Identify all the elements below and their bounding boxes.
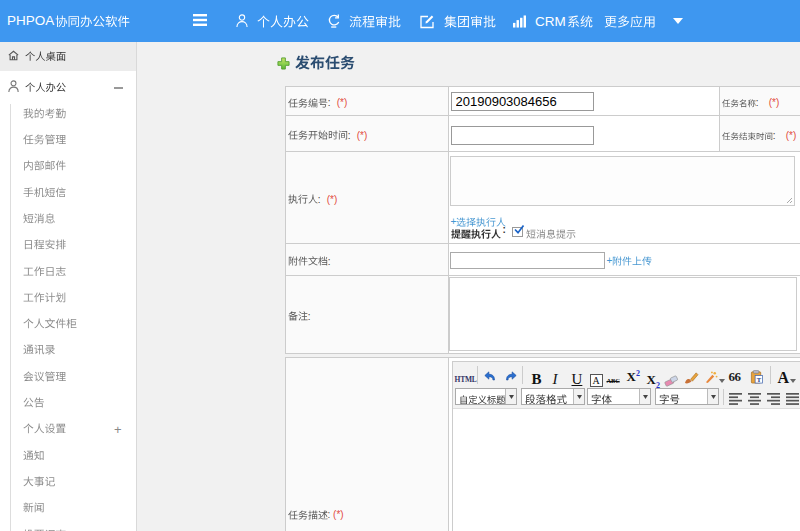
svg-text:T: T: [756, 375, 761, 382]
